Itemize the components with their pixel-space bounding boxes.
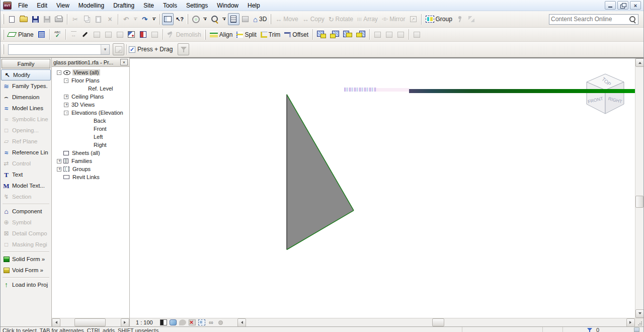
designbar-item-void-form[interactable]: Void Form » — [1, 265, 51, 276]
delete-button[interactable] — [104, 13, 116, 25]
reveal-hidden-elements-icon[interactable] — [217, 319, 224, 325]
toolbar-grip[interactable] — [187, 14, 188, 24]
linework-button[interactable] — [91, 29, 103, 41]
menu-settings[interactable]: Settings — [182, 1, 212, 11]
project-browser-toggle-button[interactable] — [162, 13, 174, 25]
scrollbar-thumb[interactable] — [432, 318, 444, 326]
designbar-item-symbolic-lines[interactable]: Symbolic Line — [1, 114, 51, 125]
shadows-icon[interactable] — [179, 319, 186, 325]
drawing-area[interactable]: TOP FRONT RIGHT 1 : 100 — [130, 58, 643, 326]
selection-filter-icon[interactable] — [587, 327, 593, 332]
undo-dropdown-button[interactable] — [132, 13, 139, 25]
copy-to-clipboard-button[interactable] — [81, 13, 93, 25]
work-plane-button[interactable]: Plane — [6, 29, 36, 41]
graph-button[interactable] — [411, 29, 423, 41]
toolbar-grip[interactable] — [3, 30, 4, 40]
menu-file[interactable]: File — [14, 1, 32, 11]
designbar-item-model-text[interactable]: Model Text... — [1, 180, 51, 191]
resize-grip[interactable] — [635, 318, 643, 327]
designbar-item-modify[interactable]: Modify — [1, 69, 51, 80]
scrollbar-thumb[interactable] — [74, 318, 106, 326]
expand-icon[interactable] — [64, 95, 68, 99]
context-help-button[interactable] — [174, 13, 186, 25]
close-button[interactable] — [630, 1, 641, 10]
scroll-right-button[interactable] — [626, 318, 635, 327]
expand-icon[interactable] — [64, 103, 68, 107]
type-selector[interactable] — [8, 44, 110, 55]
reference-level-line[interactable] — [409, 89, 635, 93]
tree-item-ceiling-plans[interactable]: Ceiling Plans — [52, 93, 129, 101]
edit-profile-button[interactable] — [395, 29, 407, 41]
save-button[interactable] — [30, 13, 41, 25]
paste-button[interactable] — [93, 13, 104, 25]
redo-button[interactable] — [139, 13, 150, 25]
cut-button[interactable] — [69, 13, 81, 25]
scroll-left-button[interactable] — [52, 318, 60, 327]
new-button[interactable] — [6, 13, 18, 25]
tree-item-floor-plans[interactable]: Floor Plans — [52, 76, 129, 85]
content-search-input[interactable] — [551, 16, 629, 23]
project-browser-titlebar[interactable]: glass partition1.rfa - Pr... — [52, 58, 129, 67]
tree-item-left[interactable]: Left — [52, 133, 129, 141]
match-type-button[interactable] — [79, 29, 91, 41]
join-subtract-button[interactable] — [328, 29, 341, 41]
design-bar-tab-family[interactable]: Family — [2, 59, 50, 68]
designbar-item-dimension[interactable]: Dimension — [1, 92, 51, 103]
tree-item-elevations[interactable]: Elevations (Elevation — [52, 109, 129, 117]
designbar-item-section[interactable]: Section — [1, 191, 51, 202]
join-detach-button[interactable] — [354, 29, 367, 41]
temporary-hide-isolate-icon[interactable] — [208, 319, 215, 325]
tree-item-revit-links[interactable]: Revit Links — [52, 173, 129, 181]
copy-button[interactable]: Copy — [300, 13, 327, 25]
toolbar-grip[interactable] — [204, 30, 206, 40]
redo-dropdown-button[interactable] — [150, 13, 157, 25]
join-union-button[interactable] — [315, 29, 328, 41]
zoom-dropdown-button[interactable] — [221, 13, 228, 25]
tree-item-groups[interactable]: Groups — [52, 165, 129, 173]
vertical-scrollbar[interactable] — [635, 58, 643, 318]
designbar-item-load-into-projects[interactable]: Load into Proj — [1, 279, 51, 290]
scroll-left-button[interactable] — [237, 318, 246, 327]
open-library-button[interactable] — [137, 29, 149, 41]
spelling-button[interactable] — [52, 29, 63, 41]
scale-label[interactable]: 1 : 100 — [136, 319, 153, 325]
group-button[interactable]: Group — [424, 13, 454, 25]
scroll-down-button[interactable] — [635, 309, 643, 318]
scrollbar-track[interactable] — [635, 67, 643, 309]
search-icon[interactable] — [629, 16, 636, 23]
dynamic-view-dropdown-button[interactable] — [202, 13, 209, 25]
shading-button[interactable] — [239, 13, 251, 25]
view-cube[interactable]: TOP FRONT RIGHT — [585, 72, 625, 118]
designbar-item-ref-plane[interactable]: Ref Plane — [1, 136, 51, 147]
close-icon[interactable] — [120, 59, 128, 65]
designbar-item-solid-form[interactable]: Solid Form » — [1, 254, 51, 265]
designbar-item-symbol[interactable]: Symbol — [1, 217, 51, 228]
expand-icon[interactable] — [57, 167, 61, 172]
crop-region-icon[interactable] — [198, 319, 205, 325]
move-button[interactable]: Move — [273, 13, 300, 25]
menu-window[interactable]: Window — [212, 1, 243, 11]
visibility-graphics-button[interactable] — [228, 13, 239, 25]
model-graphics-style-icon[interactable] — [170, 319, 177, 325]
toolbar-grip[interactable] — [270, 14, 271, 24]
designbar-item-detail-component[interactable]: Detail Compo — [1, 228, 51, 239]
menu-site[interactable]: Site — [139, 1, 158, 11]
cut-geometry-button[interactable] — [103, 29, 114, 41]
designbar-item-masking-region[interactable]: Masking Regi — [1, 239, 51, 250]
detail-level-icon[interactable] — [160, 319, 167, 325]
dynamic-view-button[interactable] — [190, 13, 202, 25]
restore-button[interactable] — [617, 1, 628, 10]
tree-item-families[interactable]: Families — [52, 157, 129, 165]
scrollbar-thumb[interactable] — [635, 196, 643, 208]
press-drag-checkbox[interactable] — [129, 46, 135, 53]
region-button[interactable] — [149, 29, 160, 41]
pin-button[interactable] — [454, 13, 466, 25]
expand-icon[interactable] — [57, 159, 61, 163]
tree-item-views[interactable]: Views (all) — [52, 68, 129, 76]
collapse-icon[interactable] — [57, 70, 61, 75]
undo-button[interactable] — [120, 13, 132, 25]
crop-region-off-icon[interactable] — [189, 319, 196, 325]
tree-item-sheets[interactable]: Sheets (all) — [52, 149, 129, 157]
array-button[interactable]: Array — [355, 13, 380, 25]
view-canvas[interactable]: TOP FRONT RIGHT — [130, 58, 635, 318]
